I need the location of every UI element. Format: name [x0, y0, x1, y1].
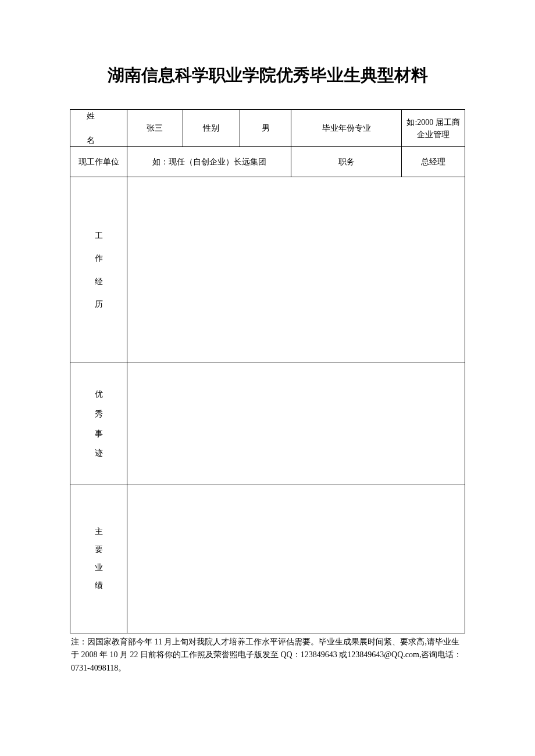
row-work-experience: 工 作 经 历 — [70, 177, 465, 363]
value-workunit: 如：现任（自创企业）长远集团 — [127, 147, 291, 177]
row-deeds: 优 秀 事 迹 — [70, 363, 465, 485]
label-workunit: 现工作单位 — [70, 147, 127, 177]
label-name: 姓名 — [70, 110, 127, 147]
char: 作 — [70, 247, 127, 270]
char: 事 — [70, 424, 127, 444]
char: 秀 — [70, 404, 127, 424]
label-work-experience: 工 作 经 历 — [70, 177, 127, 363]
char: 迹 — [70, 443, 127, 463]
char: 业 — [70, 559, 127, 577]
value-deeds — [127, 363, 465, 485]
row-name: 姓名 张三 性别 男 毕业年份专业 如:2000 届工商企业管理 — [70, 110, 465, 147]
char: 主 — [70, 523, 127, 541]
row-achievements: 主 要 业 绩 — [70, 485, 465, 633]
char: 历 — [70, 293, 127, 316]
label-gender: 性别 — [183, 110, 240, 147]
form-table: 姓名 张三 性别 男 毕业年份专业 如:2000 届工商企业管理 现工作单位 如… — [70, 109, 465, 633]
label-position: 职务 — [291, 147, 402, 177]
char: 经 — [70, 270, 127, 293]
value-gradyear: 如:2000 届工商企业管理 — [402, 110, 465, 147]
char: 绩 — [70, 577, 127, 595]
char: 优 — [70, 385, 127, 404]
label-deeds: 优 秀 事 迹 — [70, 363, 127, 485]
value-work-experience — [127, 177, 465, 363]
page-title: 湖南信息科学职业学院优秀毕业生典型材料 — [70, 64, 465, 87]
footnote: 注：因国家教育部今年 11 月上旬对我院人才培养工作水平评估需要。毕业生成果展时… — [70, 636, 465, 675]
label-name-b: 名 — [87, 136, 95, 145]
char: 要 — [70, 541, 127, 559]
char: 工 — [70, 224, 127, 247]
label-gradyear: 毕业年份专业 — [291, 110, 402, 147]
label-name-a: 姓 — [87, 112, 95, 120]
label-achievements: 主 要 业 绩 — [70, 485, 127, 633]
row-workunit: 现工作单位 如：现任（自创企业）长远集团 职务 总经理 — [70, 147, 465, 177]
value-position: 总经理 — [402, 147, 465, 177]
value-name: 张三 — [127, 110, 183, 147]
value-achievements — [127, 485, 465, 633]
value-gender: 男 — [240, 110, 291, 147]
